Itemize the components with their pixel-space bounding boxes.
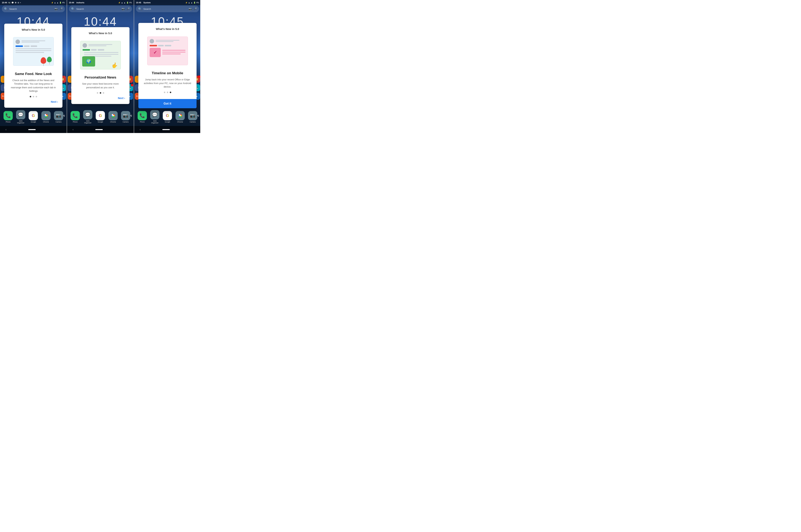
illus-line-5: [16, 52, 44, 53]
illus-line-8: [84, 52, 118, 53]
dot-3-3: [170, 92, 171, 93]
dot-2-1: [97, 92, 98, 94]
modal-body-3: Jump back into your recent Office or Edg…: [142, 78, 193, 89]
next-label-1: Next: [51, 100, 56, 103]
illus-lines-3: [155, 40, 186, 42]
illus-tag-gray3: [91, 49, 97, 51]
check-area: ✓: [150, 48, 186, 57]
modal-3: What's New in 5.0: [138, 23, 196, 108]
modal-content-1: What's New in 5.0: [4, 24, 62, 108]
illus-avatar-1: [16, 40, 20, 44]
modal-content-2: What's New in 5.0: [71, 27, 130, 104]
modal-dots-3: [142, 92, 193, 93]
next-label-2: Next: [118, 97, 123, 99]
phone-screen-2: 10:44 inshorts ⚡ ▲ ▲ 🔋 4% 🔍 Search 📷 🎤 1…: [67, 0, 134, 133]
modal-overlay-1: What's New in 5.0: [0, 0, 67, 133]
modal-heading-1: Same Feed. New Look: [8, 72, 59, 76]
got-it-button[interactable]: Got it: [138, 99, 196, 108]
dot-3-1: [164, 92, 165, 93]
illus-content-1: [16, 49, 51, 53]
modal-2: What's New in 5.0: [71, 27, 130, 104]
check-lines: [162, 50, 186, 55]
illus-line-7: [89, 45, 107, 46]
illus-check-card: ✓: [147, 37, 188, 65]
check-box-bg: ✓: [150, 48, 161, 57]
illus-globe: 🌍: [82, 56, 95, 66]
illus-line-3: [16, 49, 51, 49]
checkmark-symbol: ✓: [153, 50, 157, 55]
modal-title-1: What's New in 5.0: [8, 28, 59, 31]
dot-1-2: [33, 96, 34, 97]
modal-footer-2: Next ›: [75, 97, 126, 101]
modal-dots-1: [8, 96, 59, 97]
modal-illustration-2: 🌍 👆: [75, 38, 126, 72]
chevron-right-icon-2: ›: [124, 97, 125, 99]
next-button-1[interactable]: Next ›: [51, 100, 58, 103]
illus-tag-row-1: [16, 45, 51, 47]
illus-line-13: [162, 50, 186, 51]
modal-footer-1: Next ›: [8, 100, 59, 105]
globe-area: 🌍: [82, 52, 118, 57]
modal-overlay-2: What's New in 5.0: [67, 0, 134, 133]
modal-overlay-3: What's New in 5.0: [134, 0, 200, 133]
dot-1-3: [36, 96, 37, 97]
balloon-green: [47, 57, 52, 62]
illus-line-1: [21, 40, 45, 41]
illus-tag-orange: [150, 45, 157, 46]
modal-heading-2: Personalized News: [75, 75, 126, 79]
illus-tag-green: [82, 49, 90, 51]
illus-wrap-2: 🌍 👆: [80, 41, 121, 70]
illus-avatar-2: [82, 43, 87, 48]
dot-3-2: [167, 92, 168, 93]
modal-illustration-3: ✓: [142, 34, 193, 68]
modal-title-2: What's New in 5.0: [75, 32, 126, 35]
modal-title-3: What's New in 5.0: [142, 27, 193, 31]
illus-card-1: [13, 37, 54, 66]
illus-line-4: [16, 50, 51, 51]
got-it-label: Got it: [164, 102, 171, 105]
modal-illustration-1: [8, 35, 59, 68]
illus-header-3: [150, 39, 186, 43]
dot-1-1: [30, 96, 31, 97]
illus-line-6: [89, 44, 113, 45]
illus-lines-2: [89, 44, 118, 47]
illus-tag-row-2: [82, 49, 118, 51]
illus-header-2: [82, 43, 118, 48]
illus-tag-gray6: [165, 45, 171, 46]
illus-line-2: [21, 42, 39, 42]
illus-line-12: [155, 41, 173, 42]
modal-body-1: Check out the addition of the News and T…: [8, 78, 59, 93]
modal-1: What's New in 5.0: [4, 24, 62, 108]
illus-tag-gray1: [24, 45, 30, 47]
illus-avatar-3: [150, 39, 154, 43]
modal-dots-2: [75, 92, 126, 94]
dot-2-3: [103, 92, 104, 94]
illus-line-9: [84, 54, 118, 55]
illus-line-11: [155, 40, 179, 41]
illus-tag-gray5: [158, 45, 164, 46]
balloon-red: [41, 57, 46, 64]
chevron-right-icon-1: ›: [57, 100, 58, 103]
phone-screen-1: 10:44 📷 💬 ⚙ ⊙ • ⚡ ▲ ▲ 🔋 4% 🔍 Search 📷 🎤 …: [0, 0, 67, 133]
modal-heading-3: Timeline on Mobile: [142, 71, 193, 75]
illus-lines-1: [21, 40, 51, 43]
illus-globe-card: 🌍 👆: [80, 41, 121, 70]
modal-content-3: What's New in 5.0: [138, 23, 196, 99]
illus-hand: 👆: [111, 62, 118, 68]
illus-wrap-3: ✓: [147, 37, 188, 65]
illus-header-1: [16, 40, 51, 44]
dot-2-2: [100, 92, 101, 94]
illus-wrap-1: [13, 37, 54, 66]
illus-tag-gray2: [31, 45, 37, 47]
illus-tag-gray4: [98, 49, 104, 51]
modal-body-2: See your news feed become more personali…: [75, 82, 126, 89]
phone-screen-3: 10:45 System ⚡ ▲ ▲ 🔋 4% 🔍 Search 📷 🎤 10:…: [134, 0, 200, 133]
illus-line-14: [162, 52, 186, 53]
next-button-2[interactable]: Next ›: [118, 97, 125, 99]
illus-line-15: [162, 54, 181, 54]
illus-tag-blue: [16, 45, 23, 47]
illus-tag-row-3: [150, 45, 186, 46]
